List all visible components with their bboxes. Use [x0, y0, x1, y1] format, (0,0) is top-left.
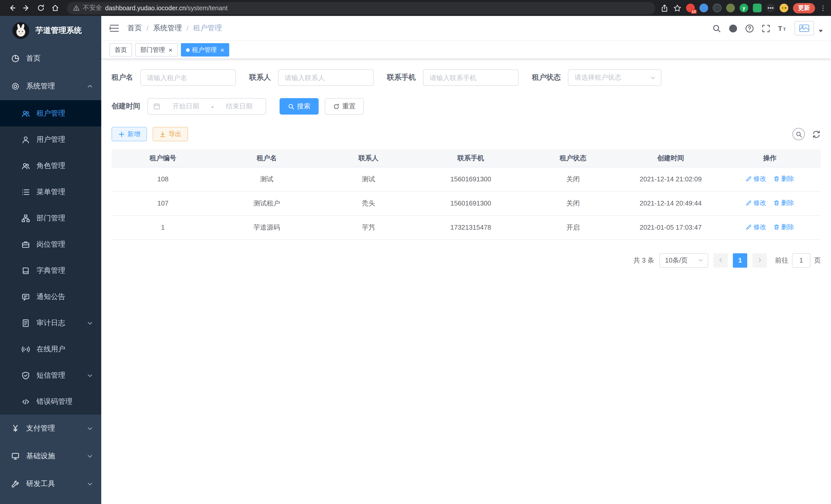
close-icon[interactable]: ×: [169, 47, 172, 53]
cell-created: 2021-12-14 20:49:44: [622, 191, 719, 215]
extension-icon[interactable]: [726, 4, 735, 12]
export-button[interactable]: 导出: [153, 127, 188, 141]
sidebar-item-menu[interactable]: 菜单管理: [0, 179, 101, 205]
sidebar-item-home[interactable]: 首页: [0, 45, 101, 72]
fullscreen-icon[interactable]: [762, 24, 770, 33]
browser-toolbar: 不安全 dashboard.yudao.iocoder.cn/system/te…: [0, 0, 831, 16]
sidebar-item-system[interactable]: 系统管理: [0, 72, 101, 100]
book-icon: [22, 266, 30, 275]
broken-image-icon: [799, 24, 809, 32]
sidebar-item-label: 短信管理: [36, 371, 65, 380]
goto-page-input[interactable]: [792, 253, 810, 267]
yen-icon: [11, 424, 20, 433]
avatar-dropdown-icon[interactable]: [819, 30, 823, 32]
edit-link[interactable]: 修改: [746, 223, 766, 232]
search-icon[interactable]: [712, 24, 721, 33]
tab-tenant[interactable]: 租户管理×: [181, 43, 229, 57]
close-icon[interactable]: ×: [220, 47, 224, 53]
share-icon[interactable]: [660, 4, 668, 12]
sidebar-item-role[interactable]: 角色管理: [0, 153, 101, 179]
chevron-left-icon: [718, 258, 723, 263]
delete-link[interactable]: 删除: [773, 175, 794, 183]
sidebar-logo[interactable]: 芋道管理系统: [0, 16, 101, 45]
github-icon[interactable]: [729, 24, 738, 33]
sidebar-collapse-icon[interactable]: [110, 24, 119, 32]
font-size-icon[interactable]: TT: [778, 24, 787, 33]
svg-text:T: T: [778, 24, 782, 32]
help-icon[interactable]: [745, 24, 754, 33]
filter-row-1: 租户名 联系人 联系手机 租户状态 请选择租户状态: [112, 69, 821, 86]
browser-forward-button[interactable]: [20, 2, 33, 14]
sidebar-item-label: 在线用户: [36, 345, 65, 354]
user-avatar[interactable]: [795, 21, 814, 35]
delete-link[interactable]: 删除: [773, 199, 794, 208]
sidebar-item-tenant[interactable]: 租户管理: [0, 100, 101, 126]
extension-icon[interactable]: [699, 4, 708, 12]
sidebar-menu: 首页系统管理租户管理用户管理角色管理菜单管理部门管理岗位管理字典管理通知公告审计…: [0, 45, 101, 498]
extension-icon[interactable]: [713, 4, 721, 12]
sidebar-item-sms[interactable]: 短信管理: [0, 362, 101, 388]
refresh-icon: [333, 103, 340, 110]
browser-menu-icon[interactable]: ⋮: [820, 5, 825, 11]
date-end[interactable]: 结束日期: [218, 102, 261, 111]
sidebar-item-infra[interactable]: 基础设施: [0, 442, 101, 470]
contact-input[interactable]: [278, 69, 374, 86]
bookmark-star-icon[interactable]: [673, 4, 682, 12]
chevron-down-icon: [650, 75, 656, 80]
sidebar-item-audit-log[interactable]: 审计日志: [0, 310, 101, 336]
extension-icon[interactable]: [780, 4, 789, 12]
delete-link[interactable]: 删除: [773, 223, 794, 232]
tab-home[interactable]: 首页: [110, 43, 132, 57]
sidebar-item-pay[interactable]: 支付管理: [0, 415, 101, 442]
extension-icon[interactable]: 10: [686, 4, 695, 12]
sidebar-item-error-code[interactable]: 错误码管理: [0, 388, 101, 415]
page-url: dashboard.yudao.iocoder.cn/system/tenant: [105, 4, 228, 11]
add-button[interactable]: 新增: [112, 127, 147, 141]
chevron-down-icon: [87, 372, 93, 378]
sidebar-item-dept[interactable]: 部门管理: [0, 205, 101, 231]
breadcrumb-item[interactable]: 系统管理: [153, 24, 182, 33]
browser-back-button[interactable]: [5, 2, 19, 14]
edit-link[interactable]: 修改: [746, 199, 766, 208]
date-range-picker[interactable]: 开始日期 - 结束日期: [147, 98, 266, 115]
sidebar-item-post[interactable]: 岗位管理: [0, 231, 101, 258]
sidebar-item-user[interactable]: 用户管理: [0, 126, 101, 153]
next-page-button[interactable]: [752, 253, 767, 267]
cell-created: 2021-01-05 17:03:47: [622, 215, 719, 239]
search-button[interactable]: 搜索: [280, 98, 319, 115]
chrome-update-button[interactable]: 更新: [793, 3, 815, 13]
extension-icon[interactable]: [766, 4, 775, 12]
security-warning-icon[interactable]: [73, 5, 80, 11]
sidebar-item-dev-tool[interactable]: 研发工具: [0, 470, 101, 498]
breadcrumb-item[interactable]: 首页: [127, 24, 142, 33]
app-logo-icon: [12, 22, 29, 39]
active-tab-dot: [186, 48, 190, 52]
date-start[interactable]: 开始日期: [165, 102, 207, 111]
page-size-select[interactable]: 10条/页: [659, 253, 708, 267]
status-select[interactable]: 请选择租户状态: [568, 69, 661, 86]
sidebar-item-notice[interactable]: 通知公告: [0, 284, 101, 310]
goto-page: 前往 页: [775, 253, 821, 267]
status-select-placeholder: 请选择租户状态: [575, 73, 621, 82]
sidebar-item-label: 菜单管理: [36, 187, 65, 197]
extension-icon[interactable]: y: [740, 4, 748, 12]
column-header: 联系人: [319, 149, 418, 167]
browser-reload-button[interactable]: [34, 2, 47, 14]
sidebar-item-dict[interactable]: 字典管理: [0, 258, 101, 284]
prev-page-button[interactable]: [713, 253, 728, 267]
page-size-value: 10条/页: [665, 256, 688, 265]
phone-input[interactable]: [423, 69, 519, 86]
address-bar[interactable]: 不安全 dashboard.yudao.iocoder.cn/system/te…: [67, 2, 655, 14]
current-page[interactable]: 1: [733, 253, 747, 267]
reset-button[interactable]: 重置: [325, 98, 364, 115]
browser-home-button[interactable]: [48, 2, 62, 14]
column-header: 租户编号: [112, 149, 214, 167]
tab-dept[interactable]: 部门管理×: [135, 43, 177, 57]
toggle-search-button[interactable]: [793, 128, 805, 140]
refresh-table-icon[interactable]: [812, 130, 821, 139]
edit-link[interactable]: 修改: [746, 175, 766, 183]
sidebar-item-online-user[interactable]: 在线用户: [0, 336, 101, 362]
tenant-name-input[interactable]: [140, 69, 236, 86]
security-label[interactable]: 不安全: [83, 4, 102, 12]
extension-icon[interactable]: [753, 4, 762, 12]
